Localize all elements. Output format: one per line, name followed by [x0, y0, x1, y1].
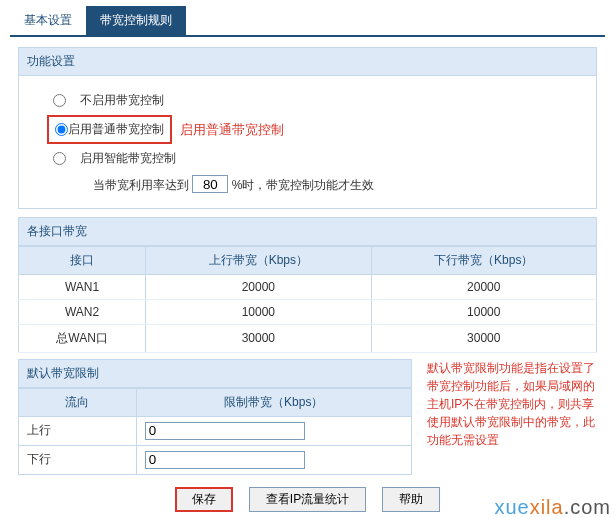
- bw-header: 各接口带宽: [18, 217, 597, 246]
- radio-smart-label: 启用智能带宽控制: [80, 150, 176, 167]
- threshold-post: %时，带宽控制功能才生效: [232, 178, 375, 192]
- bw-col-iface: 接口: [19, 246, 146, 274]
- bw-iface: WAN1: [19, 274, 146, 299]
- threshold-row: 当带宽利用率达到 %时，带宽控制功能才生效: [93, 175, 582, 194]
- limit-col-dir: 流向: [19, 388, 137, 416]
- table-row: WAN2 10000 10000: [19, 299, 597, 324]
- radio-normal[interactable]: [55, 123, 68, 136]
- table-row: 总WAN口 30000 30000: [19, 324, 597, 352]
- limit-col-bw: 限制带宽（Kbps）: [136, 388, 411, 416]
- table-row: 上行: [19, 416, 412, 445]
- radio-normal-label: 启用普通带宽控制: [68, 121, 164, 138]
- bw-up: 10000: [146, 299, 371, 324]
- radio-normal-box: 启用普通带宽控制: [47, 115, 172, 144]
- tab-rules[interactable]: 带宽控制规则: [86, 6, 186, 35]
- limit-table: 流向 限制带宽（Kbps） 上行 下行: [18, 388, 412, 475]
- tab-basic[interactable]: 基本设置: [10, 6, 86, 35]
- bw-col-down: 下行带宽（Kbps）: [371, 246, 596, 274]
- stats-button[interactable]: 查看IP流量统计: [249, 487, 366, 512]
- bw-down: 30000: [371, 324, 596, 352]
- limit-up-input[interactable]: [145, 422, 305, 440]
- radio-smart[interactable]: [53, 152, 66, 165]
- bw-up: 30000: [146, 324, 371, 352]
- help-button[interactable]: 帮助: [382, 487, 440, 512]
- threshold-input[interactable]: [192, 175, 228, 193]
- bw-iface: WAN2: [19, 299, 146, 324]
- threshold-pre: 当带宽利用率达到: [93, 178, 189, 192]
- bw-up: 20000: [146, 274, 371, 299]
- table-row: WAN1 20000 20000: [19, 274, 597, 299]
- limit-down-label: 下行: [19, 445, 137, 474]
- bw-col-up: 上行带宽（Kbps）: [146, 246, 371, 274]
- table-row: 下行: [19, 445, 412, 474]
- bw-iface: 总WAN口: [19, 324, 146, 352]
- limit-up-label: 上行: [19, 416, 137, 445]
- radio-disable-label: 不启用带宽控制: [80, 92, 164, 109]
- limit-down-input[interactable]: [145, 451, 305, 469]
- func-header: 功能设置: [18, 47, 597, 76]
- limit-note: 默认带宽限制功能是指在设置了带宽控制功能后，如果局域网的主机IP不在带宽控制内，…: [427, 359, 603, 449]
- watermark: xuexila.com: [494, 496, 611, 517]
- bw-down: 20000: [371, 274, 596, 299]
- bw-table: 接口 上行带宽（Kbps） 下行带宽（Kbps） WAN1 20000 2000…: [18, 246, 597, 353]
- limit-section: 默认带宽限制 流向 限制带宽（Kbps） 上行 下行 默认带宽限制功能是指在设置…: [18, 359, 597, 475]
- save-button[interactable]: 保存: [175, 487, 233, 512]
- limit-header: 默认带宽限制: [18, 359, 412, 388]
- tab-bar: 基本设置 带宽控制规则: [10, 6, 605, 37]
- normal-annotation: 启用普通带宽控制: [180, 121, 284, 139]
- radio-disable[interactable]: [53, 94, 66, 107]
- func-body: 不启用带宽控制 启用普通带宽控制 启用普通带宽控制 启用智能带宽控制 当带宽利用…: [18, 76, 597, 209]
- bw-down: 10000: [371, 299, 596, 324]
